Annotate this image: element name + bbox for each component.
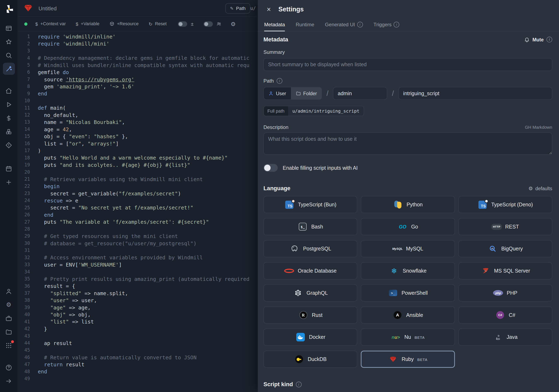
language-go[interactable]: GOGo <box>361 218 455 235</box>
sidebar-item-blocks[interactable] <box>3 125 15 138</box>
code-text: puts "The variable at 'f/examples/secret… <box>38 218 209 225</box>
language-bigquery[interactable]: BigQuery <box>458 240 552 257</box>
language-bash[interactable]: $_Bash <box>264 218 357 235</box>
script-name-input[interactable] <box>399 87 552 100</box>
tab-generated-ui[interactable]: Generated UI i <box>325 22 363 31</box>
language-ruby[interactable]: RubyBETA <box>361 351 455 368</box>
description-textarea[interactable] <box>264 133 552 155</box>
pencil-icon: ✎ <box>230 6 233 11</box>
script-title-input[interactable]: Untitled <box>38 5 110 11</box>
defaults-button[interactable]: ⚙ defaults <box>528 186 552 191</box>
info-icon[interactable]: i <box>547 37 552 42</box>
add-resource-button[interactable]: +Resource <box>110 21 139 26</box>
close-button[interactable]: × <box>264 4 274 15</box>
python-icon <box>393 200 403 209</box>
language-python[interactable]: Python <box>361 196 455 213</box>
language-snowflake[interactable]: ❄Snowflake <box>361 262 455 279</box>
tab-triggers[interactable]: Triggers i <box>373 22 399 31</box>
language-typescript-bun[interactable]: TSTypeScript (Bun) <box>264 196 357 213</box>
language-oracle-database[interactable]: Oracle Database <box>264 262 357 279</box>
line-number: 37 <box>18 290 38 297</box>
line-number: 3 <box>18 47 38 55</box>
info-icon[interactable]: i <box>394 22 400 27</box>
mute-button[interactable]: Mute i <box>524 37 552 42</box>
ai-fill-toggle[interactable] <box>264 164 278 172</box>
language-php[interactable]: phpPHP <box>458 284 552 301</box>
language-duckdb[interactable]: DuckDB <box>264 351 357 368</box>
multiplayer-icon[interactable] <box>216 21 221 26</box>
language-java[interactable]: Java <box>458 329 552 346</box>
sidebar-item-folder[interactable] <box>3 326 15 338</box>
code-text: rescue => e <box>38 197 78 204</box>
sidebar-item-grid[interactable] <box>3 339 15 351</box>
sidebar-item-home[interactable] <box>3 85 15 97</box>
line-number: 4 <box>18 55 38 62</box>
windmill-logo-icon[interactable] <box>4 4 13 14</box>
code-text: require 'windmill/inline' <box>38 33 116 40</box>
line-number: 26 <box>18 211 38 218</box>
typescript-deno-icon: TS <box>478 200 488 209</box>
line-number: 18 <box>18 155 38 161</box>
gh-markdown-hint: GH Markdown <box>525 125 552 130</box>
language-powershell[interactable]: >_PowerShell <box>361 284 455 301</box>
line-number: 30 <box>18 240 38 247</box>
info-icon[interactable]: i <box>296 382 302 387</box>
diff-toggle[interactable] <box>178 21 187 27</box>
sidebar-item-collapse[interactable] <box>3 375 15 387</box>
line-number: 44 <box>18 340 38 347</box>
info-icon[interactable]: i <box>277 78 282 84</box>
add-context-var-button[interactable]: $ +Context var <box>35 21 66 27</box>
add-variable-button[interactable]: $ +Variable <box>76 21 99 27</box>
folder-toggle[interactable]: Folder <box>291 87 322 100</box>
sidebar-item-star[interactable] <box>3 36 15 48</box>
code-text: "age" => age, <box>38 304 91 311</box>
language-label: PHP <box>507 290 517 296</box>
language-typescript-deno[interactable]: TSTypeScript (Deno) <box>458 196 552 213</box>
sidebar-item-alert-diamond[interactable] <box>3 139 15 151</box>
line-number: 22 <box>18 183 38 190</box>
sidebar-item-search[interactable] <box>3 49 15 62</box>
line-number: 49 <box>18 375 38 382</box>
path-button[interactable]: ✎ Path <box>225 3 250 13</box>
sidebar-item-calendar[interactable] <box>3 163 15 175</box>
code-text: def main( <box>38 104 66 111</box>
tab-metadata[interactable]: Metadata <box>264 22 285 31</box>
code-text: # Pretty print results using amazing_pri… <box>38 275 250 283</box>
owner-input[interactable] <box>333 87 387 100</box>
line-number: 11 <box>18 104 38 111</box>
language-ms-sql-server[interactable]: MS SQL Server <box>458 262 552 279</box>
summary-input[interactable] <box>264 58 552 71</box>
language-ansible[interactable]: AAnsible <box>361 307 455 324</box>
language-postgresql[interactable]: PostgreSQL <box>264 240 357 257</box>
editor-settings-icon[interactable]: ⚙ <box>231 20 236 27</box>
reset-button[interactable]: ↻ Reset <box>149 21 167 27</box>
language-rest[interactable]: HTTPREST <box>458 218 552 235</box>
language-docker[interactable]: Docker <box>264 329 357 346</box>
sidebar-item-dollar[interactable] <box>3 112 15 124</box>
language-nu[interactable]: nu>NuBETA <box>361 329 455 346</box>
sidebar-item-gear[interactable]: ⚙ <box>3 299 15 311</box>
language-graphql[interactable]: GraphQL <box>264 284 357 301</box>
sidebar-item-briefcase[interactable] <box>3 312 15 324</box>
sidebar-item-magic-wand[interactable] <box>3 63 15 75</box>
sidebar-item-user[interactable] <box>3 285 15 297</box>
diff-icon[interactable]: ± <box>191 21 194 27</box>
path-row: User Folder / / <box>264 87 552 100</box>
language-label: MySQL <box>406 246 423 252</box>
info-icon[interactable]: i <box>357 22 363 27</box>
line-number: 27 <box>18 218 38 225</box>
sidebar-item-play[interactable] <box>3 98 15 110</box>
language-mysql[interactable]: MySQLMySQL <box>361 240 455 257</box>
language-c[interactable]: C#C# <box>458 307 552 324</box>
multiplayer-toggle[interactable] <box>204 21 213 27</box>
line-number: 23 <box>18 190 38 197</box>
language-rust[interactable]: RRust <box>264 307 357 324</box>
code-text: "obj" => obj, <box>38 311 91 318</box>
line-number: 40 <box>18 311 38 318</box>
tab-runtime[interactable]: Runtime <box>296 22 314 31</box>
user-toggle[interactable]: User <box>264 87 291 100</box>
sidebar-item-monitor[interactable] <box>3 22 15 34</box>
user-icon <box>269 91 273 96</box>
sidebar-item-plus[interactable] <box>3 176 15 188</box>
sidebar-item-help[interactable] <box>3 361 15 374</box>
